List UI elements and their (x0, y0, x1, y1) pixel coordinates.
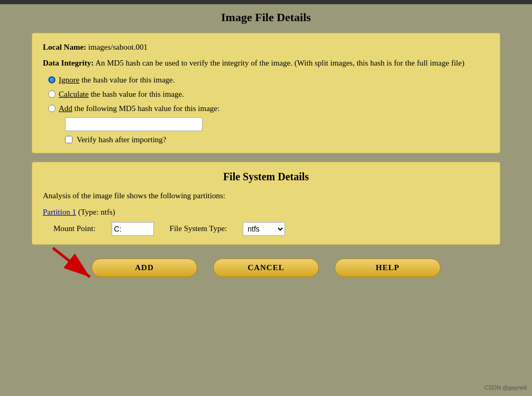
partition-link[interactable]: Partition 1 (43, 208, 76, 216)
radio-calculate-label[interactable]: Calculate the hash value for this image. (59, 89, 184, 100)
cancel-button[interactable]: Cancel (213, 259, 319, 277)
data-integrity-label: Data Integrity: (43, 59, 94, 67)
fs-section-title: File System Details (43, 171, 489, 183)
radio-add-item: Add the following MD5 hash value for thi… (48, 103, 489, 114)
ignore-underline: Ignore (59, 76, 79, 84)
add-button[interactable]: Add (91, 259, 197, 277)
mount-fs-row: Mount Point: File System Type: ntfs fat3… (53, 222, 489, 236)
add-underline: Add (59, 104, 72, 113)
fs-type-select[interactable]: ntfs fat32 ext2 ext3 ext4 (243, 222, 285, 236)
md5-input[interactable] (65, 117, 203, 131)
fs-type-label: File System Type: (170, 224, 227, 233)
partition-type: (Type: ntfs) (78, 208, 115, 216)
top-bar (0, 0, 532, 4)
local-name-value: images/saboot.001 (88, 43, 148, 51)
data-integrity-text: Data Integrity: An MD5 hash can be used … (43, 57, 489, 69)
radio-calculate[interactable] (48, 90, 56, 98)
watermark: CSDN @gaynell (484, 384, 527, 391)
radio-calculate-item: Calculate the hash value for this image. (48, 89, 489, 100)
mount-point-input[interactable] (112, 222, 154, 236)
radio-add-label[interactable]: Add the following MD5 hash value for thi… (59, 103, 219, 114)
page-title: Image File Details (221, 11, 311, 24)
radio-ignore-item: Ignore the hash value for this image. (48, 75, 489, 86)
radio-ignore[interactable] (48, 76, 56, 84)
calculate-underline: Calculate (59, 90, 89, 98)
data-integrity-description: An MD5 hash can be used to verify the in… (95, 59, 464, 67)
radio-ignore-label[interactable]: Ignore the hash value for this image. (59, 75, 175, 86)
mount-point-label: Mount Point: (53, 224, 96, 233)
file-system-details-section: File System Details Analysis of the imag… (32, 162, 500, 245)
svg-line-1 (53, 248, 90, 277)
buttons-row: Add Cancel Help (32, 259, 500, 277)
radio-group: Ignore the hash value for this image. Ca… (48, 75, 489, 144)
md5-input-row (65, 117, 489, 131)
radio-add[interactable] (48, 105, 56, 112)
fs-analysis-text: Analysis of the image file shows the fol… (43, 190, 489, 201)
verify-hash-label[interactable]: Verify hash after importing? (77, 135, 167, 144)
verify-hash-checkbox[interactable] (65, 136, 72, 143)
help-button[interactable]: Help (335, 259, 441, 277)
local-name-label: Local Name: (43, 43, 86, 51)
verify-row: Verify hash after importing? (65, 135, 489, 144)
local-name-line: Local Name: images/saboot.001 (43, 42, 489, 53)
image-file-details-section: Local Name: images/saboot.001 Data Integ… (32, 33, 500, 153)
partition-line: Partition 1 (Type: ntfs) (43, 208, 489, 217)
